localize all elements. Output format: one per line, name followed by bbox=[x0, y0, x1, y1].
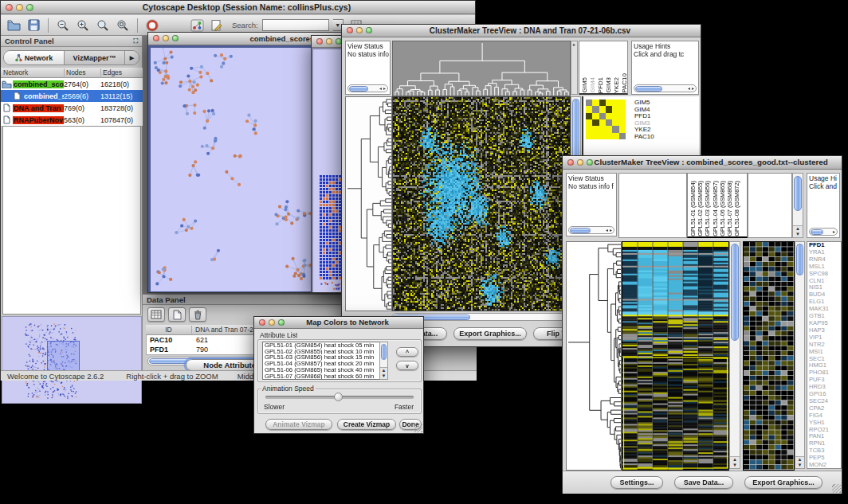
scrollbar-thumb[interactable] bbox=[796, 244, 803, 275]
gene-label[interactable]: GPI16 bbox=[809, 391, 841, 398]
network-list-row[interactable]: combined_sco 2569(6) 13112(15) bbox=[1, 90, 143, 102]
resize-grip[interactable] bbox=[414, 424, 422, 432]
search-input[interactable] bbox=[262, 19, 329, 31]
gene-label[interactable]: YRA1 bbox=[809, 249, 841, 256]
gene-label[interactable]: PUF3 bbox=[809, 377, 841, 384]
zoom-fit-icon[interactable] bbox=[115, 18, 131, 33]
gene-label[interactable]: VIP1 bbox=[809, 334, 841, 342]
combined-genelist-vscrollbar[interactable]: ▲▼ bbox=[795, 241, 805, 469]
view-status-scrollbar[interactable]: ◂▸ bbox=[568, 226, 614, 234]
birdseye-canvas[interactable] bbox=[2, 317, 141, 403]
treeview-combined-titlebar[interactable]: ClusterMaker TreeView : combined_scores_… bbox=[563, 156, 842, 170]
minimize-button[interactable] bbox=[326, 38, 332, 45]
dna-row-dendrogram-canvas[interactable] bbox=[345, 96, 392, 311]
settings-button[interactable]: Settings... bbox=[610, 476, 663, 489]
zoom-button[interactable] bbox=[366, 27, 372, 33]
main-titlebar[interactable]: Cytoscape Desktop (Session Name: collins… bbox=[1, 1, 475, 14]
gene-label[interactable]: PHO81 bbox=[809, 369, 841, 377]
combined-heatmap-vscrollbar[interactable]: ▲▼ bbox=[729, 241, 740, 469]
gene-label[interactable]: CPA2 bbox=[809, 405, 841, 412]
gene-label[interactable]: FIG4 bbox=[809, 412, 841, 420]
gene-label[interactable]: HRD3 bbox=[809, 384, 841, 391]
scroll-up-icon[interactable]: ▲ bbox=[730, 457, 740, 463]
combined-row-dendrogram-canvas[interactable] bbox=[566, 241, 622, 471]
minimize-button[interactable] bbox=[577, 159, 583, 166]
gene-label[interactable]: SEC1 bbox=[809, 356, 841, 363]
combined-labels-vscrollbar[interactable]: ▲▼ bbox=[792, 173, 803, 238]
attribute-list-item[interactable]: GPL51-04 (GSM857) heat shock 20 min bbox=[263, 361, 387, 367]
scroll-down-icon[interactable]: ▼ bbox=[793, 232, 803, 237]
create-vizmap-button[interactable]: Create Vizmap bbox=[337, 419, 396, 430]
animate-vizmap-button[interactable]: Animate Vizmap bbox=[265, 419, 332, 430]
float-panel-icon[interactable]: ⛶ bbox=[133, 37, 138, 45]
gene-label[interactable]: CLN1 bbox=[809, 278, 841, 285]
scrollbar-thumb[interactable] bbox=[731, 244, 739, 341]
combined-column-label[interactable]: GPL51-06 (GSM865) bbox=[719, 181, 726, 236]
gene-label[interactable]: MON2 bbox=[809, 462, 841, 469]
close-button[interactable] bbox=[6, 4, 13, 11]
minimize-button[interactable] bbox=[356, 27, 363, 33]
animation-speed-slider[interactable] bbox=[265, 396, 414, 399]
gene-label[interactable]: YSH1 bbox=[809, 420, 841, 427]
view-status-scrollbar[interactable]: ◂▸ bbox=[347, 84, 388, 92]
gene-label[interactable]: PFD1 bbox=[809, 242, 841, 249]
tab-overflow-arrow[interactable]: ▶ bbox=[125, 51, 139, 64]
combined-column-label[interactable]: GPL51-01 (GSM854) bbox=[689, 181, 697, 236]
help-icon[interactable] bbox=[144, 18, 160, 33]
gene-label[interactable]: MAK31 bbox=[809, 306, 841, 313]
slider-thumb[interactable] bbox=[334, 393, 343, 401]
gene-label[interactable]: HMG1 bbox=[809, 362, 841, 369]
export-graphics-button[interactable]: Export Graphics... bbox=[453, 327, 527, 340]
dna-column-label[interactable]: PAC10 bbox=[621, 73, 628, 93]
scroll-up-icon[interactable]: ▲ bbox=[795, 457, 804, 463]
annotation-icon[interactable] bbox=[209, 18, 225, 33]
attribute-list-item[interactable]: GPL51-06 (GSM865) heat shock 40 min bbox=[263, 367, 387, 373]
attribute-list-item[interactable]: GPL51-07 (GSM868) heat shock 60 min bbox=[263, 373, 387, 380]
attribute-list-vscrollbar[interactable]: ▲▼ bbox=[379, 342, 388, 380]
usage-hints-scrollbar[interactable]: ▸ bbox=[809, 228, 838, 236]
dna-column-dendrogram-canvas[interactable] bbox=[392, 41, 571, 96]
minimize-button[interactable] bbox=[163, 35, 169, 41]
network-list-row[interactable]: DNA and Tran 07 769(0) 183728(0) bbox=[1, 102, 143, 114]
close-button[interactable] bbox=[259, 319, 265, 326]
treeview-dna-titlebar[interactable]: ClusterMaker TreeView : DNA and Tran 07-… bbox=[342, 25, 701, 37]
scroll-down-icon[interactable]: ▼ bbox=[380, 373, 387, 379]
gene-label[interactable]: NIS1 bbox=[809, 284, 841, 291]
close-button[interactable] bbox=[567, 159, 574, 166]
gene-label[interactable]: GTB1 bbox=[809, 313, 841, 320]
scroll-down-icon[interactable]: ▼ bbox=[795, 463, 804, 468]
gene-label[interactable]: ELG1 bbox=[809, 299, 841, 306]
combined-column-label[interactable]: GPL51-03 (GSM856) bbox=[704, 181, 711, 236]
new-document-icon[interactable] bbox=[168, 307, 186, 322]
attribute-list-item[interactable]: GPL51-01 (GSM854) heat shock 05 min bbox=[263, 342, 387, 349]
usage-hints-scrollbar[interactable]: ◂▸ bbox=[634, 84, 697, 92]
dna-splitter-strip[interactable]: ▸ bbox=[571, 41, 578, 95]
network-list-row[interactable]: RNAPuberNov2+I 563(0) 107847(0) bbox=[1, 114, 143, 126]
gene-label[interactable]: PAN1 bbox=[809, 433, 841, 440]
gene-label[interactable]: RNR4 bbox=[809, 256, 841, 264]
zoom-out-icon[interactable] bbox=[55, 18, 71, 33]
zoom-button[interactable] bbox=[172, 35, 179, 41]
zoom-in-icon[interactable] bbox=[75, 18, 91, 33]
gene-label[interactable]: MSL1 bbox=[809, 264, 841, 271]
combined-column-label[interactable]: GPL51-08 (GSM872) bbox=[733, 181, 740, 236]
gene-label[interactable]: HAP3 bbox=[809, 327, 841, 334]
dna-column-label[interactable]: GIM3 bbox=[605, 77, 612, 93]
save-session-icon[interactable] bbox=[26, 18, 41, 33]
close-button[interactable] bbox=[316, 38, 323, 45]
move-up-button[interactable]: ^ bbox=[396, 347, 418, 357]
close-button[interactable] bbox=[153, 35, 159, 41]
gene-label[interactable]: SEC24 bbox=[809, 398, 841, 405]
combined-heatmap-canvas[interactable] bbox=[622, 241, 729, 471]
gene-label[interactable]: PEP5 bbox=[809, 455, 841, 462]
combined-column-label[interactable]: GPL51-04 (GSM857) bbox=[712, 181, 719, 236]
minimize-button[interactable] bbox=[269, 319, 275, 326]
zoom-selected-icon[interactable] bbox=[95, 18, 111, 33]
export-graphics-button[interactable]: Export Graphics... bbox=[744, 476, 822, 489]
gene-label[interactable]: RPO21 bbox=[809, 427, 841, 434]
gene-label[interactable]: TCB3 bbox=[809, 447, 841, 455]
resize-grip[interactable] bbox=[832, 484, 841, 493]
scroll-down-icon[interactable]: ▼ bbox=[730, 463, 740, 468]
vizmapper-icon[interactable] bbox=[189, 18, 205, 33]
combined-column-label[interactable]: GPL51-07 (GSM868) bbox=[726, 181, 733, 236]
